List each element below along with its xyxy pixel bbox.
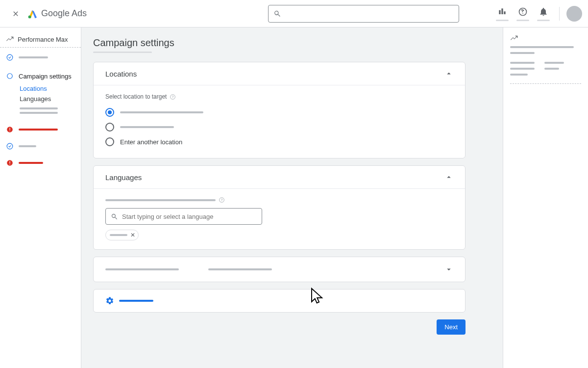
- language-search[interactable]: [105, 208, 262, 225]
- placeholder-text: [120, 126, 174, 128]
- placeholder-text: [19, 162, 43, 164]
- nav-step-complete-2[interactable]: [0, 140, 81, 152]
- location-option-label: Enter another location: [120, 138, 182, 146]
- placeholder-group: [20, 107, 81, 114]
- global-search-input[interactable]: [285, 10, 369, 17]
- global-search[interactable]: [268, 5, 459, 23]
- language-chip[interactable]: ✕: [105, 230, 139, 240]
- reports-button[interactable]: [493, 6, 511, 21]
- gear-icon: [105, 296, 114, 305]
- subnav-locations[interactable]: Locations: [20, 85, 81, 92]
- close-button[interactable]: [6, 4, 25, 24]
- location-option-2[interactable]: [105, 120, 453, 134]
- dashed-separator: [0, 47, 81, 48]
- locations-card-title: Locations: [105, 70, 137, 78]
- radio-icon: [105, 137, 114, 146]
- top-bar: Google Ads: [0, 0, 588, 27]
- placeholder-text: [19, 56, 48, 58]
- locations-card: Locations Select location to target ?: [93, 62, 466, 158]
- chevron-up-icon: [444, 69, 453, 78]
- brand-logo: Google Ads: [27, 8, 87, 19]
- error-icon: [6, 126, 13, 133]
- svg-rect-4: [9, 128, 10, 131]
- close-icon: [12, 10, 20, 18]
- trend-icon: [510, 34, 518, 42]
- check-circle-icon: [6, 143, 13, 150]
- nav-step-campaign-settings[interactable]: Campaign settings: [0, 70, 81, 82]
- search-icon: [111, 213, 118, 220]
- svg-rect-9: [9, 164, 10, 164]
- language-search-input[interactable]: [122, 213, 257, 220]
- placeholder-text: [119, 300, 153, 302]
- trend-icon: [6, 35, 14, 43]
- svg-rect-5: [9, 131, 10, 131]
- location-option-enter-another[interactable]: Enter another location: [105, 134, 453, 149]
- chip-remove-icon[interactable]: ✕: [130, 232, 135, 238]
- main-content: Campaign settings Locations Select locat…: [81, 27, 503, 368]
- placeholder-text: [120, 111, 203, 113]
- chevron-down-icon: [444, 265, 453, 274]
- placeholder-text: [19, 129, 58, 131]
- svg-text:?: ?: [172, 95, 174, 98]
- languages-card-header[interactable]: Languages: [94, 166, 465, 188]
- svg-point-0: [28, 15, 31, 18]
- account-avatar[interactable]: [566, 6, 582, 22]
- placeholder-text: [19, 145, 36, 147]
- title-underline: [93, 52, 152, 53]
- nav-step-error-1[interactable]: [0, 124, 81, 135]
- nav-step-complete[interactable]: [0, 52, 81, 63]
- google-ads-logo-icon: [27, 8, 38, 19]
- nav-step-error-2[interactable]: [0, 157, 81, 169]
- locations-helper: Select location to target ?: [105, 93, 453, 100]
- search-icon: [273, 10, 281, 18]
- notifications-button[interactable]: [535, 6, 552, 21]
- svg-rect-8: [9, 161, 10, 164]
- help-outline-icon[interactable]: ?: [170, 94, 176, 100]
- page-title: Campaign settings: [93, 37, 466, 49]
- next-button[interactable]: Next: [437, 319, 466, 335]
- radio-icon: [105, 123, 114, 131]
- brand-text: Google Ads: [41, 8, 87, 19]
- subnav-languages[interactable]: Languages: [20, 95, 81, 103]
- svg-text:?: ?: [221, 198, 223, 202]
- circle-outline-icon: [6, 73, 13, 79]
- help-icon: [518, 7, 528, 17]
- campaign-type-header: Performance Max: [0, 33, 81, 47]
- radio-icon: [105, 108, 114, 117]
- svg-point-1: [7, 54, 13, 60]
- reports-icon: [497, 7, 507, 17]
- left-nav: Performance Max Campaign settings Locati…: [0, 27, 81, 368]
- location-option-1[interactable]: [105, 105, 453, 120]
- help-outline-icon[interactable]: ?: [219, 197, 225, 203]
- vertical-separator: [559, 7, 560, 21]
- locations-card-header[interactable]: Locations: [94, 62, 465, 85]
- svg-point-2: [7, 74, 13, 79]
- collapsed-card[interactable]: [93, 257, 466, 282]
- error-icon: [6, 159, 13, 166]
- chevron-up-icon: [444, 173, 453, 182]
- svg-point-6: [7, 143, 13, 149]
- languages-helper: ?: [105, 197, 453, 203]
- bell-icon: [539, 7, 548, 17]
- right-rail: [503, 27, 588, 368]
- more-settings-card[interactable]: [93, 289, 466, 313]
- placeholder-group: [105, 268, 272, 270]
- languages-card: Languages ?: [93, 165, 466, 250]
- help-button[interactable]: [514, 6, 532, 21]
- placeholder-text: [110, 234, 127, 236]
- check-circle-icon: [6, 54, 13, 61]
- languages-card-title: Languages: [105, 173, 142, 182]
